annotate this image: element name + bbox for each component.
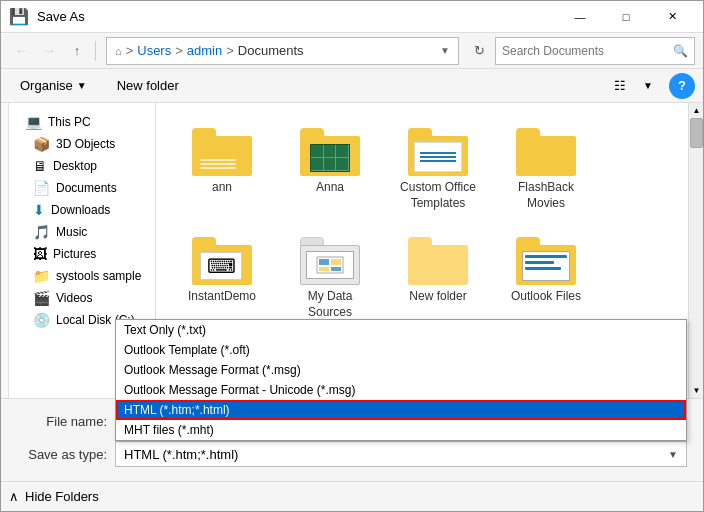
view-dropdown-button[interactable]: ▼	[635, 74, 661, 98]
scroll-up-button[interactable]: ▲	[689, 103, 703, 118]
folder-anna[interactable]: Anna	[280, 119, 380, 220]
sidebar-item-videos[interactable]: 🎬 Videos	[9, 287, 155, 309]
sidebar-item-systools[interactable]: 📁 systools sample	[9, 265, 155, 287]
new-folder-button[interactable]: New folder	[106, 74, 190, 98]
svg-rect-2	[331, 259, 341, 265]
savetype-container: HTML (*.htm;*.html) ▼ Text Only (*.txt) …	[115, 441, 687, 467]
sidebar-label-this-pc: This PC	[48, 115, 91, 129]
documents-icon: 📄	[33, 180, 50, 196]
folder-flashback[interactable]: FlashBack Movies	[496, 119, 596, 220]
folder-instantdemo-icon: ⌨	[192, 237, 252, 285]
outlook-icon	[522, 251, 570, 281]
sidebar-item-pictures[interactable]: 🖼 Pictures	[9, 243, 155, 265]
dialog-icon: 💾	[9, 7, 29, 26]
sidebar-item-documents[interactable]: 📄 Documents	[9, 177, 155, 199]
savetype-arrow: ▼	[668, 449, 678, 460]
up-button[interactable]: ↑	[65, 39, 89, 63]
3d-objects-icon: 📦	[33, 136, 50, 152]
breadcrumb-users[interactable]: Users	[137, 43, 171, 58]
folder-instantdemo[interactable]: ⌨ InstantDemo	[172, 228, 272, 329]
folder-new[interactable]: New folder	[388, 228, 488, 329]
savetype-combo[interactable]: HTML (*.htm;*.html) ▼	[115, 441, 687, 467]
desktop-icon: 🖥	[33, 158, 47, 174]
search-box: 🔍	[495, 37, 695, 65]
help-button[interactable]: ?	[669, 73, 695, 99]
folder-flashback-icon	[516, 128, 576, 176]
this-pc-icon: 💻	[25, 114, 42, 130]
minimize-button[interactable]: —	[557, 1, 603, 33]
organise-label: Organise	[20, 78, 73, 93]
svg-rect-1	[319, 259, 329, 265]
new-folder-label: New folder	[117, 78, 179, 93]
scroll-thumb[interactable]	[690, 118, 703, 148]
scroll-down-button[interactable]: ▼	[689, 383, 703, 398]
folder-datasources[interactable]: My Data Sources	[280, 228, 380, 329]
systools-icon: 📁	[33, 268, 50, 284]
sidebar-label-videos: Videos	[56, 291, 92, 305]
dropdown-item-text-only[interactable]: Text Only (*.txt)	[116, 320, 686, 340]
downloads-icon: ⬇	[33, 202, 45, 218]
hide-folders-arrow: ∧	[9, 489, 19, 504]
folder-ann[interactable]: ann	[172, 119, 272, 220]
view-controls: ☷ ▼	[607, 74, 661, 98]
sidebar-item-this-pc[interactable]: 💻 This PC	[9, 111, 155, 133]
close-button[interactable]: ✕	[649, 1, 695, 33]
forward-button[interactable]: →	[37, 39, 61, 63]
folder-datasources-label: My Data Sources	[285, 289, 375, 320]
window-controls: — □ ✕	[557, 1, 695, 33]
bottom-section: File name: Save Cancel Save as type: HTM…	[1, 398, 703, 481]
address-toolbar: ← → ↑ ⌂ > Users > admin > Documents ▼ ↻ …	[1, 33, 703, 69]
folder-anna-icon	[300, 128, 360, 176]
sidebar-label-documents: Documents	[56, 181, 117, 195]
save-as-dialog: 💾 Save As — □ ✕ ← → ↑ ⌂ > Users > admin …	[0, 0, 704, 512]
folder-ann-icon	[192, 128, 252, 176]
organise-button[interactable]: Organise ▼	[9, 74, 98, 98]
folder-datasources-icon	[300, 237, 360, 285]
filename-label: File name:	[17, 414, 107, 429]
dropdown-item-outlook-msg[interactable]: Outlook Message Format (*.msg)	[116, 360, 686, 380]
dialog-title: Save As	[37, 9, 549, 24]
music-icon: 🎵	[33, 224, 50, 240]
breadcrumb-current: Documents	[238, 43, 304, 58]
instant-icon: ⌨	[200, 252, 242, 280]
savetype-dropdown: Text Only (*.txt) Outlook Template (*.of…	[115, 319, 687, 441]
back-button[interactable]: ←	[9, 39, 33, 63]
pictures-icon: 🖼	[33, 246, 47, 262]
sidebar-label-music: Music	[56, 225, 87, 239]
dropdown-item-mht[interactable]: MHT files (*.mht)	[116, 420, 686, 440]
folder-custom-office-label: Custom Office Templates	[393, 180, 483, 211]
breadcrumb-admin[interactable]: admin	[187, 43, 222, 58]
folder-custom-office-icon	[408, 128, 468, 176]
folder-anna-label: Anna	[316, 180, 344, 196]
dropdown-item-outlook-template[interactable]: Outlook Template (*.oft)	[116, 340, 686, 360]
maximize-button[interactable]: □	[603, 1, 649, 33]
svg-rect-4	[331, 267, 341, 271]
hide-folders-bar[interactable]: ∧ Hide Folders	[1, 481, 703, 511]
svg-rect-3	[319, 267, 329, 271]
sidebar-label-pictures: Pictures	[53, 247, 96, 261]
videos-icon: 🎬	[33, 290, 50, 306]
scroll-track	[689, 118, 703, 383]
folder-outlook[interactable]: Outlook Files	[496, 228, 596, 329]
search-input[interactable]	[502, 44, 669, 58]
folder-custom-office[interactable]: Custom Office Templates	[388, 119, 488, 220]
sidebar-item-downloads[interactable]: ⬇ Downloads	[9, 199, 155, 221]
sidebar-label-desktop: Desktop	[53, 159, 97, 173]
sidebar-item-desktop[interactable]: 🖥 Desktop	[9, 155, 155, 177]
organise-arrow: ▼	[77, 80, 87, 91]
right-scrollbar: ▲ ▼	[688, 103, 703, 398]
view-icon-button[interactable]: ☷	[607, 74, 633, 98]
sidebar-item-music[interactable]: 🎵 Music	[9, 221, 155, 243]
breadcrumb-dropdown-arrow[interactable]: ▼	[440, 45, 450, 56]
folder-ann-label: ann	[212, 180, 232, 196]
sidebar-item-3d-objects[interactable]: 📦 3D Objects	[9, 133, 155, 155]
datasource-inner-icon	[306, 251, 354, 279]
local-disk-icon: 💿	[33, 312, 50, 328]
dropdown-item-html[interactable]: HTML (*.htm;*.html)	[116, 400, 686, 420]
savetype-row: Save as type: HTML (*.htm;*.html) ▼ Text…	[17, 441, 687, 467]
folder-new-icon	[408, 237, 468, 285]
hide-folders-label: Hide Folders	[25, 489, 99, 504]
folder-instantdemo-label: InstantDemo	[188, 289, 256, 305]
refresh-button[interactable]: ↻	[467, 39, 491, 63]
dropdown-item-outlook-unicode[interactable]: Outlook Message Format - Unicode (*.msg)	[116, 380, 686, 400]
